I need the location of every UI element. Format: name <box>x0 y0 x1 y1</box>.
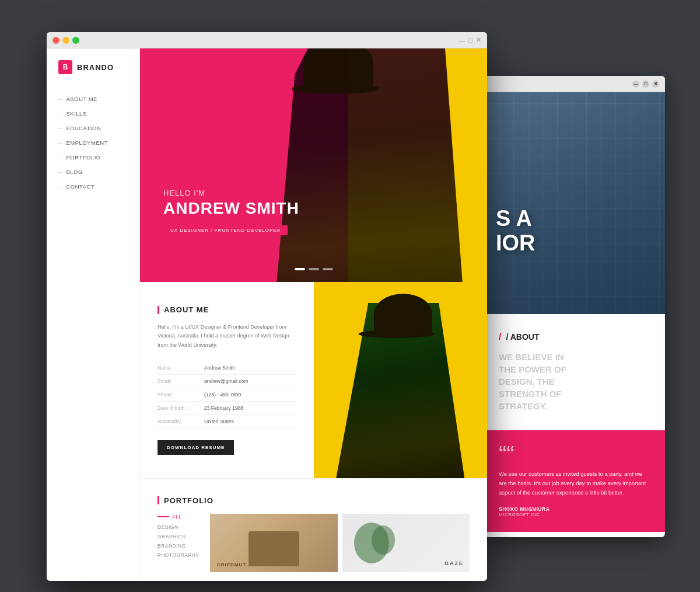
sidebar-nav: About Me Skills Education Employment Por… <box>47 86 139 200</box>
about-person-hat-brim <box>359 330 435 338</box>
portfolio-images: CRIEDMUT GAZE <box>210 514 470 572</box>
portfolio-item-1-label: CRIEDMUT <box>217 562 246 567</box>
sidebar-logo-text: Brando <box>77 63 114 72</box>
front-content: B Brando About Me Skills Education Emplo… <box>47 48 487 581</box>
portfolio-filters: ALL DESIGN GRAPHICS BRANDING PHOTOGRAPHY <box>158 514 204 572</box>
hero-greeting: HELLO I'M <box>163 189 299 197</box>
sidebar-item-contact[interactable]: Contact <box>47 179 139 194</box>
portfolio-section: PORTFOLIO ALL DESIGN GRAPHICS BRANDING <box>140 479 487 581</box>
back-minimize-button[interactable]: — <box>632 81 639 88</box>
hero-person-hat <box>303 48 373 86</box>
filter-graphics[interactable]: GRAPHICS <box>158 534 204 539</box>
back-maximize-button[interactable]: □ <box>642 81 649 88</box>
about-title-bar <box>158 306 159 314</box>
back-quote-section: ““ We see our customers as invited guest… <box>484 430 665 532</box>
maximize-dot[interactable] <box>72 37 79 44</box>
nationality-value: United States <box>204 415 296 428</box>
back-hero-big-text: S A IOR <box>496 207 536 256</box>
portfolio-item-2-label: GAZE <box>444 560 464 566</box>
hero-name: ANDREW SMITH <box>163 200 299 218</box>
sidebar-item-portfolio[interactable]: Portfolio <box>47 150 139 165</box>
back-titlebar-buttons: — □ ✕ <box>632 81 659 88</box>
sidebar-item-blog[interactable]: Blog <box>47 165 139 179</box>
front-maximize-icon[interactable]: □ <box>468 37 473 44</box>
hero-text: HELLO I'M ANDREW SMITH UX DESIGNER / FRO… <box>163 189 299 235</box>
about-info-table: Name: Andrew Smith Email: andrew@gmail.c… <box>158 361 296 429</box>
filter-all[interactable]: ALL <box>158 514 204 520</box>
front-minimize-icon[interactable]: — <box>459 37 465 44</box>
name-value: Andrew Smith <box>204 361 296 375</box>
back-service-section: / / SERVICE BRANDO IS ONE <box>484 532 665 537</box>
email-label: Email: <box>158 374 204 388</box>
back-about-section: / / ABOUT WE BELIEVE IN THE POWER OF DES… <box>484 314 665 430</box>
back-window-content: S A IOR / / ABOUT WE BELIEVE IN THE POWE… <box>484 92 665 537</box>
sidebar: B Brando About Me Skills Education Emplo… <box>47 48 140 581</box>
about-description: Hello, I'm a UI/UX Designer & Frontend D… <box>158 323 296 350</box>
about-info-row-name: Name: Andrew Smith <box>158 361 296 375</box>
quote-mark: ““ <box>499 445 650 464</box>
portfolio-item-2[interactable]: GAZE <box>342 514 470 572</box>
hero-section: HELLO I'M ANDREW SMITH UX DESIGNER / FRO… <box>140 48 487 282</box>
about-left: ABOUT ME Hello, I'm a UI/UX Designer & F… <box>140 282 314 478</box>
phone-label: Phone: <box>158 388 204 401</box>
sidebar-item-employment[interactable]: Employment <box>47 135 139 150</box>
about-info-row-email: Email: andrew@gmail.com <box>158 374 296 388</box>
front-titlebar-dots <box>52 37 79 44</box>
back-hero-overlay <box>484 92 665 314</box>
about-info-row-phone: Phone: (123) - 456-7890 <box>158 388 296 401</box>
download-resume-button[interactable]: DOWNLOAD RESUME <box>158 440 234 455</box>
back-window: — □ ✕ S A IOR / / ABOUT WE BELIEVE IN <box>484 76 665 537</box>
filter-photography[interactable]: PHOTOGRAPHY <box>158 552 204 558</box>
quote-company: MICROSOFT INC <box>499 512 650 517</box>
hero-dot-1[interactable] <box>295 268 305 270</box>
about-section-title: ABOUT ME <box>158 305 296 314</box>
quote-text: We see our customers as invited guests t… <box>499 469 650 497</box>
back-close-button[interactable]: ✕ <box>652 81 659 88</box>
portfolio-title-bar <box>158 496 159 504</box>
hero-figure-container <box>140 48 487 282</box>
about-info-row-nationality: Nationality: United States <box>158 415 296 428</box>
sidebar-item-about[interactable]: About Me <box>47 92 139 106</box>
about-section: ABOUT ME Hello, I'm a UI/UX Designer & F… <box>140 282 487 479</box>
front-window: — □ ✕ B Brando About Me Skills Education… <box>47 32 487 581</box>
quote-author: SHOKO MUGNIURA <box>499 506 650 512</box>
portfolio-inner: ALL DESIGN GRAPHICS BRANDING PHOTOGRAPHY <box>158 514 470 572</box>
dob-label: Date of birth: <box>158 401 204 415</box>
hero-dot-2[interactable] <box>309 268 319 270</box>
name-label: Name: <box>158 361 204 375</box>
about-info-row-dob: Date of birth: 23 February 1988 <box>158 401 296 415</box>
sidebar-item-skills[interactable]: Skills <box>47 106 139 121</box>
main-content: HELLO I'M ANDREW SMITH UX DESIGNER / FRO… <box>140 48 487 581</box>
portfolio-item-1[interactable]: CRIEDMUT <box>210 514 338 572</box>
hero-badge: UX DESIGNER / FRONTEND DEVELOPER <box>163 225 288 235</box>
nationality-label: Nationality: <box>158 415 204 428</box>
filter-branding[interactable]: BRANDING <box>158 543 204 549</box>
back-hero-text: S A IOR <box>496 207 536 256</box>
back-about-slash: / <box>499 332 501 342</box>
hero-dot-3[interactable] <box>323 268 333 270</box>
back-hero-section: S A IOR <box>484 92 665 314</box>
portfolio-section-title: PORTFOLIO <box>158 496 470 505</box>
sidebar-logo: B Brando <box>47 60 139 86</box>
close-dot[interactable] <box>52 37 60 44</box>
sidebar-item-education[interactable]: Education <box>47 121 139 135</box>
front-titlebar: — □ ✕ <box>47 32 487 48</box>
back-titlebar: — □ ✕ <box>484 76 665 92</box>
hero-dots <box>295 268 333 270</box>
back-about-title: / / ABOUT <box>499 332 650 342</box>
dob-value: 23 February 1988 <box>204 401 296 415</box>
front-close-icon[interactable]: ✕ <box>476 36 481 44</box>
about-person-hat <box>374 294 432 335</box>
hero-person-hat-brim <box>292 83 379 94</box>
sidebar-logo-icon: B <box>58 60 72 74</box>
minimize-dot[interactable] <box>62 37 69 44</box>
front-titlebar-right: — □ ✕ <box>459 36 481 44</box>
filter-design[interactable]: DESIGN <box>158 524 204 530</box>
back-about-body: WE BELIEVE IN THE POWER OF DESIGN, THE S… <box>499 351 650 412</box>
email-value: andrew@gmail.com <box>204 374 296 388</box>
about-right <box>314 282 488 478</box>
phone-value: (123) - 456-7890 <box>204 388 296 401</box>
